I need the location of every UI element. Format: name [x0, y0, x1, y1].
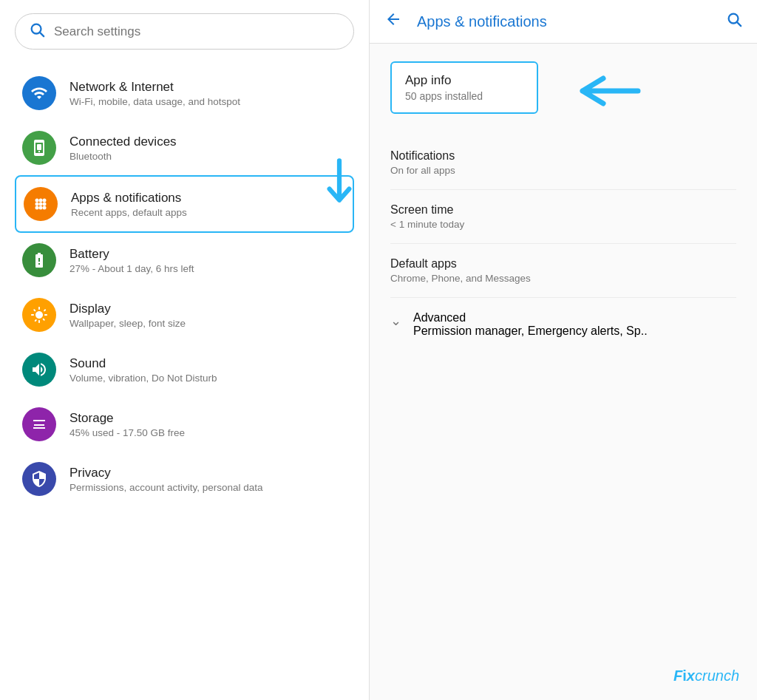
storage-text: Storage 45% used - 17.50 GB free — [69, 411, 185, 438]
apps-notifications-icon-circle — [24, 187, 58, 221]
default-apps-title: Default apps — [390, 257, 736, 271]
svg-point-9 — [35, 206, 39, 210]
network-icon-circle — [22, 76, 56, 110]
search-icon — [29, 21, 45, 41]
right-search-button[interactable] — [726, 11, 742, 32]
default-apps-subtitle: Chrome, Phone, and Messages — [390, 273, 736, 284]
svg-line-1 — [40, 33, 44, 36]
svg-point-5 — [43, 199, 47, 203]
privacy-text: Privacy Permissions, account activity, p… — [69, 466, 263, 493]
app-info-title: App info — [405, 73, 523, 88]
advanced-chevron-icon: ⌄ — [390, 313, 401, 329]
display-title: Display — [69, 302, 186, 316]
svg-point-3 — [35, 199, 39, 203]
svg-line-13 — [737, 22, 741, 26]
privacy-icon-circle — [22, 462, 56, 496]
storage-icon-circle — [22, 407, 56, 441]
battery-text: Battery 27% - About 1 day, 6 hrs left — [69, 247, 194, 274]
left-panel: Network & Internet Wi-Fi, mobile, data u… — [0, 0, 370, 700]
storage-title: Storage — [69, 411, 185, 426]
app-info-subtitle: 50 apps installed — [405, 90, 523, 102]
connected-devices-icon-circle — [22, 131, 56, 165]
apps-notifications-text: Apps & notifications Recent apps, defaul… — [71, 191, 187, 218]
right-arrow-annotation — [560, 71, 642, 112]
svg-point-6 — [35, 203, 39, 206]
battery-icon-circle — [22, 243, 56, 277]
down-arrow-annotation — [317, 157, 361, 220]
sidebar-item-display[interactable]: Display Wallpaper, sleep, font size — [15, 288, 354, 342]
advanced-item[interactable]: ⌄ Advanced Permission manager, Emergency… — [390, 298, 736, 351]
sound-subtitle: Volume, vibration, Do Not Disturb — [69, 373, 217, 384]
sound-text: Sound Volume, vibration, Do Not Disturb — [69, 356, 217, 384]
screen-time-item[interactable]: Screen time < 1 minute today — [390, 190, 736, 243]
svg-point-11 — [43, 206, 47, 210]
screen-time-title: Screen time — [390, 203, 736, 217]
apps-notifications-subtitle: Recent apps, default apps — [71, 207, 187, 218]
svg-point-8 — [43, 203, 47, 206]
back-button[interactable] — [384, 10, 402, 33]
storage-subtitle: 45% used - 17.50 GB free — [69, 427, 185, 438]
sound-icon-circle — [22, 353, 56, 387]
display-subtitle: Wallpaper, sleep, font size — [69, 318, 186, 329]
advanced-title: Advanced — [413, 311, 648, 324]
notifications-title: Notifications — [390, 149, 736, 163]
search-bar[interactable] — [15, 13, 354, 50]
battery-title: Battery — [69, 247, 194, 262]
svg-point-10 — [39, 206, 43, 210]
display-text: Display Wallpaper, sleep, font size — [69, 302, 186, 329]
connected-devices-text: Connected devices Bluetooth — [69, 135, 177, 162]
connected-devices-subtitle: Bluetooth — [69, 151, 177, 162]
advanced-text: Advanced Permission manager, Emergency a… — [413, 311, 648, 338]
svg-rect-2 — [37, 144, 41, 150]
right-panel: Apps & notifications App info 50 apps in… — [370, 0, 757, 700]
privacy-subtitle: Permissions, account activity, personal … — [69, 482, 263, 493]
sidebar-item-network[interactable]: Network & Internet Wi-Fi, mobile, data u… — [15, 66, 354, 120]
network-text: Network & Internet Wi-Fi, mobile, data u… — [69, 80, 240, 107]
app-info-row: App info 50 apps installed — [390, 61, 736, 121]
network-subtitle: Wi-Fi, mobile, data usage, and hotspot — [69, 96, 240, 107]
right-content: App info 50 apps installed Notifications… — [370, 44, 757, 369]
screen-time-subtitle: < 1 minute today — [390, 219, 736, 230]
notifications-item[interactable]: Notifications On for all apps — [390, 136, 736, 189]
apps-notifications-title: Apps & notifications — [71, 191, 187, 205]
sidebar-item-storage[interactable]: Storage 45% used - 17.50 GB free — [15, 397, 354, 452]
default-apps-item[interactable]: Default apps Chrome, Phone, and Messages — [390, 244, 736, 297]
sidebar-item-privacy[interactable]: Privacy Permissions, account activity, p… — [15, 452, 354, 506]
advanced-subtitle: Permission manager, Emergency alerts, Sp… — [413, 324, 648, 338]
battery-subtitle: 27% - About 1 day, 6 hrs left — [69, 263, 194, 274]
sound-title: Sound — [69, 356, 217, 371]
network-title: Network & Internet — [69, 80, 240, 95]
notifications-subtitle: On for all apps — [390, 165, 736, 176]
display-icon-circle — [22, 298, 56, 332]
search-input[interactable] — [54, 24, 340, 39]
app-info-item[interactable]: App info 50 apps installed — [390, 61, 538, 114]
sidebar-item-connected-devices[interactable]: Connected devices Bluetooth — [15, 120, 354, 175]
sidebar-item-apps-notifications[interactable]: Apps & notifications Recent apps, defaul… — [15, 175, 354, 233]
right-header: Apps & notifications — [370, 0, 757, 44]
sidebar-item-battery[interactable]: Battery 27% - About 1 day, 6 hrs left — [15, 233, 354, 288]
connected-devices-title: Connected devices — [69, 135, 177, 149]
sidebar-item-sound[interactable]: Sound Volume, vibration, Do Not Disturb — [15, 342, 354, 397]
right-panel-title: Apps & notifications — [417, 13, 711, 30]
svg-point-4 — [39, 199, 43, 203]
privacy-title: Privacy — [69, 466, 263, 480]
svg-point-7 — [39, 203, 43, 206]
fixcrunch-logo: Fixcrunch — [673, 666, 739, 685]
